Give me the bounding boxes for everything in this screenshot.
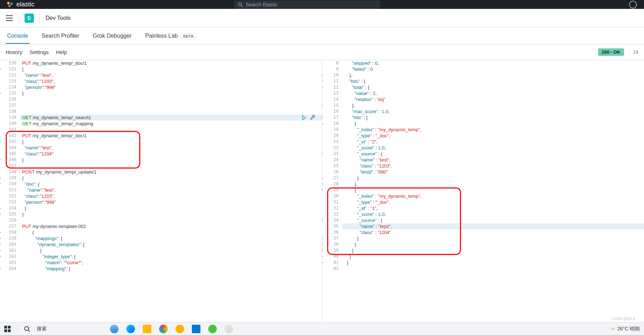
app-icon[interactable] (176, 325, 184, 333)
code-line[interactable]: "pernum":"998" (22, 199, 322, 205)
code-line[interactable]: "value" : 2, (344, 90, 644, 96)
code-line[interactable]: { (22, 139, 322, 145)
code-line[interactable]: "name":"test", (22, 187, 322, 193)
code-line[interactable]: "_id" : "1", (344, 205, 644, 211)
code-line[interactable]: } (344, 241, 644, 248)
code-line[interactable]: PUT my-dynamic-template-002 (22, 223, 322, 229)
code-line[interactable]: "_type" : "_doc", (344, 133, 644, 139)
code-line[interactable]: "_id" : "2", (344, 139, 644, 145)
code-line[interactable]: "dynamic_templates": [ (22, 241, 322, 248)
code-line[interactable]: GET my_dynamic_temp/_search| (22, 115, 322, 121)
code-line[interactable]: "name" : "test", (344, 157, 644, 163)
tab-search-profiler[interactable]: Search Profiler (40, 28, 81, 43)
code-line[interactable]: "_source" : { (344, 151, 644, 157)
request-editor[interactable]: 1301311321331341351361371381391401411421… (0, 60, 322, 335)
search-icon[interactable] (24, 326, 30, 332)
tab-grok-debugger[interactable]: Grok Debugger (91, 28, 133, 43)
brand-logo[interactable]: elastic (7, 1, 35, 8)
code-line[interactable]: "hits" : [ (344, 115, 644, 121)
app-icon[interactable] (192, 325, 200, 333)
user-avatar-icon[interactable] (629, 1, 637, 9)
code-line[interactable]: "pernum":"998" (22, 84, 322, 90)
code-line[interactable]: { (22, 66, 322, 72)
code-line[interactable]: "total" : { (344, 84, 644, 90)
code-line[interactable] (344, 266, 644, 272)
nav-toggle-icon[interactable] (6, 15, 13, 21)
code-line[interactable]: { (344, 187, 644, 193)
chrome-icon[interactable] (159, 325, 168, 333)
taskbar-search-label[interactable]: 搜索 (37, 326, 47, 332)
code-line[interactable]: "relation" : "eq" (344, 96, 644, 102)
code-line[interactable] (22, 217, 322, 223)
weather-widget[interactable]: ☀ 26°C 晴朗 (611, 326, 640, 332)
code-line[interactable]: "class":"1203", (22, 193, 322, 199)
code-line[interactable]: }, (344, 72, 644, 78)
code-line[interactable]: "match": "*come*", (22, 260, 322, 266)
code-line[interactable]: } (22, 157, 322, 163)
code-line[interactable]: "class" : "1204" (344, 229, 644, 235)
code-line[interactable] (22, 108, 322, 115)
code-line[interactable]: "name":"test", (22, 145, 322, 151)
code-line[interactable]: "class" : "1203", (344, 163, 644, 169)
code-line[interactable]: "name" : "te|st", (344, 223, 644, 229)
code-line[interactable]: "mapping": { (22, 266, 322, 272)
tab-console[interactable]: Console (6, 28, 30, 43)
code-line[interactable]: "_source" : { (344, 217, 644, 223)
help-link[interactable]: Help (56, 49, 67, 55)
app-icon[interactable] (225, 325, 233, 333)
code-line[interactable]: } (344, 254, 644, 260)
code-line[interactable]: "failed" : 0 (344, 66, 644, 72)
code-line[interactable] (22, 102, 322, 108)
history-link[interactable]: History (6, 49, 22, 55)
code-line[interactable]: "mappings": { (22, 235, 322, 241)
code-line[interactable]: } (22, 211, 322, 217)
code-line[interactable]: { (22, 175, 322, 181)
code-line[interactable]: "integer_type": { (22, 254, 322, 260)
code-line[interactable]: } (22, 205, 322, 211)
windows-start-icon[interactable] (4, 326, 11, 332)
code-line[interactable]: "hits" : { (344, 78, 644, 84)
code-line[interactable]: } (344, 175, 644, 181)
code-line[interactable]: POST my_dynamic_temp/_update/1 (22, 169, 322, 175)
code-line[interactable] (22, 127, 322, 133)
code-line[interactable]: "class":"1204" (22, 151, 322, 157)
wechat-icon[interactable] (208, 325, 217, 333)
send-request-icon[interactable] (301, 115, 307, 122)
code-line[interactable]: "_score" : 1.0, (344, 211, 644, 217)
request-options-icon[interactable] (310, 115, 315, 122)
global-search[interactable]: Search Elastic (234, 1, 380, 9)
app-icon[interactable] (110, 325, 119, 333)
tab-painless-lab[interactable]: Painless LabBETA (144, 28, 198, 43)
code-line[interactable]: { (344, 121, 644, 127)
console-toolbar: History Settings Help 200 - OK 19 (0, 44, 644, 60)
code-line[interactable] (22, 96, 322, 102)
code-line[interactable]: } (344, 260, 644, 266)
code-line[interactable]: "_type" : "_doc", (344, 199, 644, 205)
explorer-icon[interactable] (143, 325, 151, 333)
code-line[interactable]: GET my_dynamic_temp/_mapping (22, 121, 322, 127)
code-line[interactable]: "doc": { (22, 181, 322, 187)
code-line[interactable]: }, (344, 102, 644, 108)
code-line[interactable]: "_index" : "my_dynamic_temp", (344, 193, 644, 199)
code-line[interactable]: "testd" : "990" (344, 169, 644, 175)
code-line[interactable]: }, (344, 181, 644, 187)
code-line[interactable]: { (22, 248, 322, 254)
code-line[interactable]: "skipped" : 0, (344, 60, 644, 66)
edge-icon[interactable] (126, 325, 135, 333)
code-line[interactable]: "name":"test", (22, 72, 322, 78)
code-line[interactable]: { (22, 229, 322, 235)
settings-link[interactable]: Settings (30, 49, 49, 55)
code-line[interactable]: ] (344, 248, 644, 254)
code-line[interactable]: "class":"1203", (22, 78, 322, 84)
divider (40, 13, 40, 23)
code-line[interactable] (22, 163, 322, 169)
code-line[interactable]: } (22, 90, 322, 96)
code-line[interactable]: "_score" : 1.0, (344, 145, 644, 151)
code-line[interactable]: PUT my_dynamic_temp/_doc/1 (22, 133, 322, 139)
code-line[interactable]: } (344, 235, 644, 241)
app-badge[interactable]: D (25, 14, 34, 23)
code-line[interactable]: "_index" : "my_dynamic_temp", (344, 127, 644, 133)
code-line[interactable]: "max_score" : 1.0, (344, 108, 644, 115)
response-viewer[interactable]: 8910111213141516171819202122232425262728… (322, 60, 644, 335)
code-line[interactable]: PUT my_dynamic_temp/_doc/1 (22, 60, 322, 66)
